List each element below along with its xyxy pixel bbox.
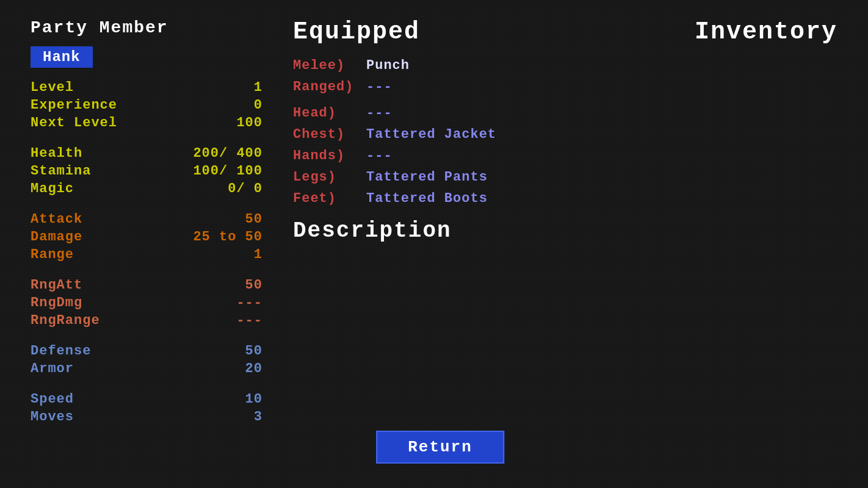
defense-row: Defense 50 [31,343,262,359]
defense-value: 50 [245,343,262,359]
health-group: Health 200/ 400 Stamina 100/ 100 Magic 0… [31,146,262,196]
head-value: --- [366,106,392,121]
melee-row: Melee) Punch [293,58,587,73]
stamina-row: Stamina 100/ 100 [31,163,262,179]
selected-member[interactable]: Hank [31,46,93,68]
chest-value: Tattered Jacket [366,127,496,142]
hands-value: --- [366,148,392,163]
moves-label: Moves [31,409,74,425]
defense-label: Defense [31,343,91,359]
rngrange-value: --- [236,313,262,328]
hands-label: Hands) [293,148,366,163]
rngdmg-value: --- [236,295,262,310]
moves-row: Moves 3 [31,409,262,425]
feet-label: Feet) [293,191,366,206]
chest-label: Chest) [293,127,366,142]
armor-label: Armor [31,361,74,376]
left-panel: Party Member Hank Level 1 Experience 0 N… [18,12,275,476]
level-value: 1 [254,80,262,95]
speed-value: 10 [245,392,262,407]
speed-label: Speed [31,392,74,407]
next-level-label: Next Level [31,115,117,131]
stamina-value: 100/ 100 [193,163,262,179]
melee-value: Punch [366,58,410,73]
right-panel: Inventory [606,12,850,476]
rng-group: RngAtt 50 RngDmg --- RngRange --- [31,278,262,328]
next-level-value: 100 [236,115,262,131]
health-row: Health 200/ 400 [31,146,262,161]
ranged-row: Ranged) --- [293,79,587,95]
ranged-label: Ranged) [293,79,366,95]
rngrange-row: RngRange --- [31,313,262,328]
armor-value: 20 [245,361,262,376]
inventory-title: Inventory [618,18,837,46]
melee-label: Melee) [293,58,366,73]
ranged-value: --- [366,79,392,95]
defense-group: Defense 50 Armor 20 [31,343,262,376]
rngatt-value: 50 [245,278,262,293]
level-label: Level [31,80,74,95]
magic-label: Magic [31,181,74,196]
experience-value: 0 [254,98,262,113]
experience-row: Experience 0 [31,98,262,113]
level-group: Level 1 Experience 0 Next Level 100 [31,80,262,131]
legs-value: Tattered Pants [366,170,488,185]
health-value: 200/ 400 [193,146,262,161]
rngdmg-row: RngDmg --- [31,295,262,310]
moves-value: 3 [254,409,262,425]
attack-value: 50 [245,212,262,227]
rngrange-label: RngRange [31,313,100,328]
magic-row: Magic 0/ 0 [31,181,262,196]
equipped-title: Equipped [293,18,587,46]
health-label: Health [31,146,82,161]
speed-group: Speed 10 Moves 3 [31,392,262,425]
damage-row: Damage 25 to 50 [31,229,262,245]
speed-row: Speed 10 [31,392,262,407]
head-label: Head) [293,106,366,121]
main-screen: Party Member Hank Level 1 Experience 0 N… [0,0,868,488]
description-title: Description [293,218,587,243]
rngatt-row: RngAtt 50 [31,278,262,293]
range-label: Range [31,247,74,262]
hands-row: Hands) --- [293,148,587,163]
next-level-row: Next Level 100 [31,115,262,131]
feet-value: Tattered Boots [366,191,488,206]
feet-row: Feet) Tattered Boots [293,191,587,206]
rngdmg-label: RngDmg [31,295,82,310]
range-row: Range 1 [31,247,262,262]
damage-label: Damage [31,229,82,245]
experience-label: Experience [31,98,117,113]
level-row: Level 1 [31,80,262,95]
head-row: Head) --- [293,106,587,121]
magic-value: 0/ 0 [228,181,262,196]
party-member-title: Party Member [31,18,262,37]
stamina-label: Stamina [31,163,91,179]
damage-value: 25 to 50 [193,229,262,245]
legs-row: Legs) Tattered Pants [293,170,587,185]
legs-label: Legs) [293,170,366,185]
attack-label: Attack [31,212,82,227]
return-button-container: Return [376,431,504,464]
return-button[interactable]: Return [376,431,504,464]
range-value: 1 [254,247,262,262]
rngatt-label: RngAtt [31,278,82,293]
attack-row: Attack 50 [31,212,262,227]
armor-row: Armor 20 [31,361,262,376]
middle-panel: Equipped Melee) Punch Ranged) --- Head) … [275,12,606,476]
chest-row: Chest) Tattered Jacket [293,127,587,142]
attack-group: Attack 50 Damage 25 to 50 Range 1 [31,212,262,262]
